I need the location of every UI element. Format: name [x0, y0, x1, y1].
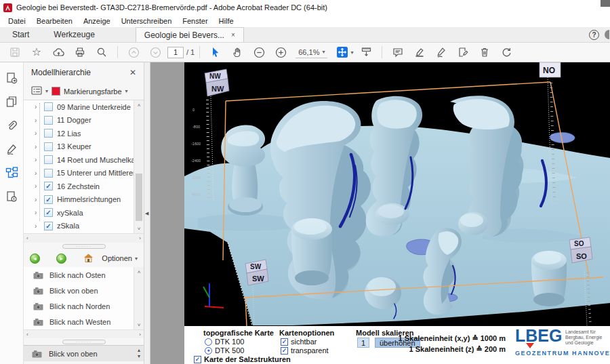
scale-value-input[interactable]: 1 [357, 338, 369, 348]
visible-checkbox-row[interactable]: ✓ sichtbar [281, 338, 317, 346]
expand-icon[interactable]: › [35, 143, 40, 150]
zoom-out-button[interactable] [251, 45, 266, 60]
menu-bearbeiten[interactable]: Bearbeiten [31, 17, 78, 25]
splitter-grip[interactable]: ········· [24, 243, 144, 249]
search-icon[interactable] [94, 45, 109, 60]
menu-anzeige[interactable]: Anzeige [78, 17, 116, 25]
tree-item[interactable]: ›11 Dogger [24, 114, 144, 127]
options-dropdown[interactable]: Optionen ▾ [102, 254, 138, 262]
zoom-in-button[interactable] [273, 45, 288, 60]
model-tree-icon[interactable] [3, 165, 20, 181]
menu-fenster[interactable]: Fenster [177, 17, 213, 25]
marker-color-swatch[interactable] [52, 87, 60, 96]
tree-item[interactable]: ›✓Himmelsrichtungen [24, 193, 144, 207]
page-number-input[interactable] [167, 47, 184, 58]
transparent-checkbox-row[interactable]: ✓ transparent [281, 346, 329, 355]
spin-down-icon[interactable]: ▾ [138, 353, 140, 359]
chevron-down-icon[interactable]: ▾ [125, 88, 128, 94]
checkbox-icon[interactable]: ✓ [281, 338, 288, 346]
scroll-down-icon[interactable]: ˅ [134, 320, 144, 329]
tree-checkbox[interactable]: ✓ [44, 195, 53, 204]
tree-item[interactable]: ›15 Unterer und Mittlerer Bur [24, 167, 144, 180]
signatures-pen-icon[interactable] [3, 141, 20, 157]
menu-datei[interactable]: Datei [3, 17, 31, 25]
print-button[interactable] [73, 45, 87, 60]
tree-checkbox[interactable]: ✓ [44, 208, 53, 217]
splitter-grip[interactable]: ········· [24, 338, 144, 345]
select-tool-icon[interactable] [208, 45, 223, 60]
expand-icon[interactable]: › [35, 209, 40, 216]
tree-checkbox[interactable] [44, 129, 53, 138]
partial-bell-icon[interactable] [605, 30, 609, 39]
view-item[interactable]: Blick nach Osten [24, 267, 144, 283]
tree-checkbox[interactable] [44, 102, 53, 111]
star-button[interactable]: ☆ [29, 45, 44, 60]
tree-vertical-scrollbar[interactable]: ˄ ˅ [134, 100, 144, 233]
scroll-right-icon[interactable]: › [139, 331, 141, 338]
page-info-icon[interactable] [3, 188, 20, 205]
zoom-level-dropdown[interactable]: 66,1% ▾ [296, 47, 327, 58]
tab-close-icon[interactable]: × [231, 31, 235, 39]
previous-view-button[interactable]: ◂ [30, 254, 40, 264]
chevron-down-icon[interactable]: ▾ [350, 49, 353, 56]
help-icon[interactable]: ? [589, 30, 599, 40]
scroll-left-icon[interactable]: ‹ [26, 331, 28, 338]
salt-structures-checkbox-row[interactable]: ✓ Karte der Salzstrukturen [194, 355, 291, 363]
expand-icon[interactable]: › [35, 196, 40, 203]
scroll-up-icon[interactable]: ˄ [134, 267, 144, 277]
page-display-mode-button[interactable] [335, 45, 350, 60]
attachments-paperclip-icon[interactable] [3, 117, 20, 134]
radio-icon[interactable] [205, 338, 212, 346]
tree-item[interactable]: ›13 Keuper [24, 140, 144, 154]
fill-sign-tool-icon[interactable] [455, 45, 470, 60]
radio-dtk100[interactable]: DTK 100 [205, 338, 244, 346]
views-vertical-scrollbar[interactable]: ˄ ˅ [134, 267, 144, 329]
comment-tool-icon[interactable] [390, 45, 405, 60]
tree-item[interactable]: ›09 Marine Unterkreide [24, 100, 144, 114]
tree-item[interactable]: ›✓16 Zechstein [24, 180, 144, 193]
default-view-home-icon[interactable] [83, 253, 94, 264]
radio-dtk500[interactable]: ● DTK 500 [205, 346, 244, 355]
highlight-tool-icon[interactable] [412, 45, 427, 60]
tree-horizontal-scrollbar[interactable]: ‹ › [24, 233, 144, 243]
menu-unterschreiben[interactable]: Unterschreiben [116, 17, 178, 25]
tab-document[interactable]: Geologie bei Bevers... × [136, 27, 244, 42]
marker-color-label[interactable]: Markierungsfarbe [64, 87, 122, 96]
expand-icon[interactable]: › [35, 222, 40, 230]
3d-model-view[interactable]: 0 -800 -1600 -2400 -3200 -4000 NW [184, 62, 610, 326]
expand-icon[interactable]: › [35, 103, 40, 110]
tree-item[interactable]: ›✓zSkala [24, 220, 144, 233]
sign-tool-icon[interactable] [434, 45, 449, 60]
view-item[interactable]: Blick von oben [24, 283, 144, 298]
spin-up-icon[interactable]: ▴ [138, 347, 140, 353]
next-view-button[interactable]: ▸ [56, 254, 66, 264]
tab-werkzeuge[interactable]: Werkzeuge [41, 27, 106, 42]
view-item[interactable]: Blick nach Westen [24, 314, 144, 329]
save-button[interactable] [7, 45, 22, 60]
next-page-button[interactable] [148, 45, 163, 60]
tree-checkbox[interactable]: ✓ [44, 222, 53, 230]
tree-item[interactable]: ›✓xySkala [24, 206, 144, 220]
hand-tool-icon[interactable] [230, 45, 245, 60]
current-view-selector[interactable]: Blick von oben ▴ ▾ [24, 345, 144, 361]
previous-page-button[interactable] [126, 45, 141, 60]
list-view-button[interactable] [31, 86, 42, 96]
scroll-right-icon[interactable]: › [139, 235, 141, 241]
page-thumbnails-icon[interactable] [3, 94, 20, 110]
chevron-down-icon[interactable]: ▾ [45, 88, 48, 94]
views-horizontal-scrollbar[interactable]: ‹ › [24, 329, 144, 338]
tree-checkbox[interactable] [44, 116, 53, 125]
view-item[interactable]: Blick nach Norden [24, 298, 144, 314]
scroll-up-icon[interactable]: ˄ [134, 100, 144, 110]
tab-start[interactable]: Start [0, 27, 41, 42]
rotate-tool-icon[interactable] [499, 45, 514, 60]
checkbox-icon[interactable]: ✓ [194, 356, 201, 363]
tree-checkbox[interactable]: ✓ [44, 182, 53, 190]
view-spinner[interactable]: ▴ ▾ [138, 347, 140, 359]
checkbox-icon[interactable]: ✓ [281, 347, 288, 355]
export-pdf-icon[interactable] [3, 70, 20, 86]
scroll-down-icon[interactable]: ˅ [134, 224, 144, 233]
expand-icon[interactable]: › [35, 129, 40, 137]
expand-icon[interactable]: › [35, 169, 40, 177]
scroll-mode-button[interactable] [359, 45, 373, 60]
